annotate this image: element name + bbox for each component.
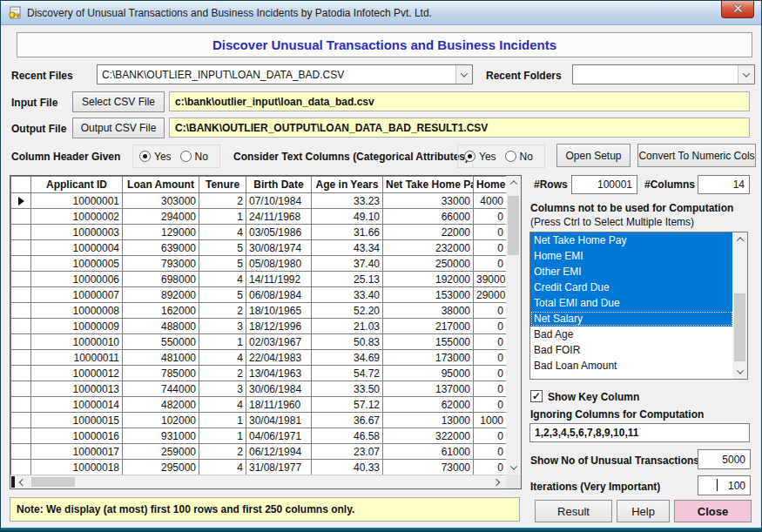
- grid-cell[interactable]: 33000: [383, 193, 474, 209]
- grid-cell[interactable]: 62000: [383, 397, 474, 413]
- grid-cell[interactable]: 0: [474, 240, 507, 256]
- grid-cell[interactable]: 4: [199, 272, 246, 287]
- grid-cell[interactable]: 37.40: [312, 256, 383, 272]
- grid-cell[interactable]: 52.20: [312, 303, 383, 319]
- row-selector-cell[interactable]: [11, 366, 31, 381]
- grid-cell[interactable]: 322000: [383, 428, 474, 444]
- grid-vertical-scrollbar[interactable]: [506, 176, 521, 475]
- list-item[interactable]: Net Salary: [530, 311, 733, 327]
- scroll-left-button[interactable]: [16, 475, 30, 489]
- scroll-up-button[interactable]: [733, 232, 747, 246]
- grid-cell[interactable]: 24/11/1968: [246, 209, 312, 225]
- grid-cell[interactable]: 13/04/1963: [246, 366, 312, 381]
- grid-cell[interactable]: 232000: [383, 240, 474, 256]
- grid-cell[interactable]: 40.33: [312, 460, 383, 475]
- grid-cell[interactable]: 931000: [123, 428, 199, 444]
- grid-cell[interactable]: 192000: [383, 272, 474, 287]
- grid-cell[interactable]: 4: [199, 225, 246, 240]
- grid-cell[interactable]: 250000: [383, 256, 474, 272]
- grid-cell[interactable]: 4: [199, 397, 246, 413]
- grid-cell[interactable]: 05/08/1980: [246, 256, 312, 272]
- grid-cell[interactable]: 18/12/1996: [246, 319, 312, 334]
- grid-cell[interactable]: 10000008: [31, 303, 123, 319]
- ignoring-columns-field[interactable]: 1,2,3,4,5,6,7,8,9,10,11: [529, 423, 750, 442]
- grid-cell[interactable]: 4: [199, 350, 246, 366]
- show-key-column-checkbox[interactable]: ✓: [530, 390, 543, 402]
- grid-cell[interactable]: 29000: [474, 287, 507, 303]
- grid-cell[interactable]: 10000005: [31, 256, 123, 272]
- window-close-button[interactable]: [721, 1, 754, 18]
- grid-cell[interactable]: 54.72: [312, 366, 383, 381]
- grid-cell[interactable]: 06/12/1994: [246, 444, 312, 460]
- open-setup-button[interactable]: Open Setup: [556, 144, 631, 167]
- grid-cell[interactable]: 10000013: [31, 381, 123, 397]
- scroll-up-button[interactable]: [507, 176, 521, 190]
- row-selector-cell[interactable]: [11, 272, 31, 287]
- grid-cell[interactable]: 10000012: [31, 366, 123, 381]
- grid-cell[interactable]: 488000: [123, 319, 199, 334]
- text-columns-no-radio[interactable]: [505, 151, 516, 162]
- grid-cell[interactable]: 1: [199, 209, 246, 225]
- grid-cell[interactable]: 639000: [123, 240, 199, 256]
- row-selector-cell[interactable]: [11, 381, 31, 397]
- grid-cell[interactable]: 294000: [123, 209, 199, 225]
- grid-cell[interactable]: 1: [199, 428, 246, 444]
- grid-cell[interactable]: 25.13: [312, 272, 383, 287]
- output-csv-file-button[interactable]: Output CSV File: [72, 118, 165, 138]
- grid-cell[interactable]: 2: [199, 366, 246, 381]
- grid-cell[interactable]: 5: [199, 256, 246, 272]
- grid-cell[interactable]: 155000: [383, 334, 474, 350]
- vertical-scroll-thumb[interactable]: [508, 196, 519, 255]
- grid-cell[interactable]: 0: [474, 381, 507, 397]
- iterations-field[interactable]: 100: [698, 475, 751, 495]
- list-item[interactable]: Credit Card Due: [530, 279, 733, 295]
- grid-cell[interactable]: 2: [199, 303, 246, 319]
- grid-cell[interactable]: 33.50: [312, 381, 383, 397]
- row-selector-cell[interactable]: [11, 413, 31, 428]
- grid-cell[interactable]: 10000016: [31, 428, 123, 444]
- grid-cell[interactable]: 217000: [383, 319, 474, 334]
- row-selector-cell[interactable]: [11, 193, 31, 209]
- grid-cell[interactable]: 3: [199, 319, 246, 334]
- grid-cell[interactable]: 31/08/1977: [246, 460, 312, 475]
- grid-cell[interactable]: 30/08/1974: [246, 240, 312, 256]
- grid-cell[interactable]: 18/11/1960: [246, 397, 312, 413]
- grid-cell[interactable]: 22000: [383, 225, 474, 240]
- row-selector-cell[interactable]: [11, 319, 31, 334]
- grid-cell[interactable]: 10000018: [31, 460, 123, 475]
- row-selector-cell[interactable]: [11, 287, 31, 303]
- grid-cell[interactable]: 33.23: [312, 193, 383, 209]
- grid-cell[interactable]: 2: [199, 193, 246, 209]
- grid-cell[interactable]: 550000: [123, 334, 199, 350]
- list-item[interactable]: Bad Age: [530, 327, 733, 342]
- grid-cell[interactable]: 1: [199, 334, 246, 350]
- columns-count-field[interactable]: 14: [698, 175, 750, 194]
- text-columns-yes-radio[interactable]: [464, 151, 475, 162]
- grid-cell[interactable]: 892000: [123, 287, 199, 303]
- grid-cell[interactable]: 0: [474, 428, 507, 444]
- grid-cell[interactable]: 744000: [123, 381, 199, 397]
- grid-cell[interactable]: 38000: [383, 303, 474, 319]
- grid-cell[interactable]: 66000: [383, 209, 474, 225]
- grid-cell[interactable]: 73000: [383, 460, 474, 475]
- grid-cell[interactable]: 4: [199, 460, 246, 475]
- grid-cell[interactable]: 481000: [123, 350, 199, 366]
- row-selector-cell[interactable]: [11, 225, 31, 240]
- grid-cell[interactable]: 10000007: [31, 287, 123, 303]
- grid-cell[interactable]: 10000003: [31, 225, 123, 240]
- select-csv-file-button[interactable]: Select CSV File: [72, 91, 165, 112]
- grid-cell[interactable]: 33.40: [312, 287, 383, 303]
- grid-cell[interactable]: 4000: [474, 193, 507, 209]
- grid-cell[interactable]: 36.67: [312, 413, 383, 428]
- row-selector-cell[interactable]: [11, 350, 31, 366]
- convert-to-numeric-cols-button[interactable]: Convert To Numeric Cols: [637, 144, 756, 167]
- grid-cell[interactable]: 23.07: [312, 444, 383, 460]
- result-button[interactable]: Result: [535, 500, 612, 522]
- grid-cell[interactable]: 10000006: [31, 272, 123, 287]
- grid-cell[interactable]: 18/10/1965: [246, 303, 312, 319]
- scroll-down-button[interactable]: [507, 461, 521, 475]
- grid-cell[interactable]: 13000: [383, 413, 474, 428]
- rows-count-field[interactable]: 100001: [571, 175, 637, 194]
- grid-cell[interactable]: 259000: [123, 444, 199, 460]
- grid-cell[interactable]: 3: [199, 381, 246, 397]
